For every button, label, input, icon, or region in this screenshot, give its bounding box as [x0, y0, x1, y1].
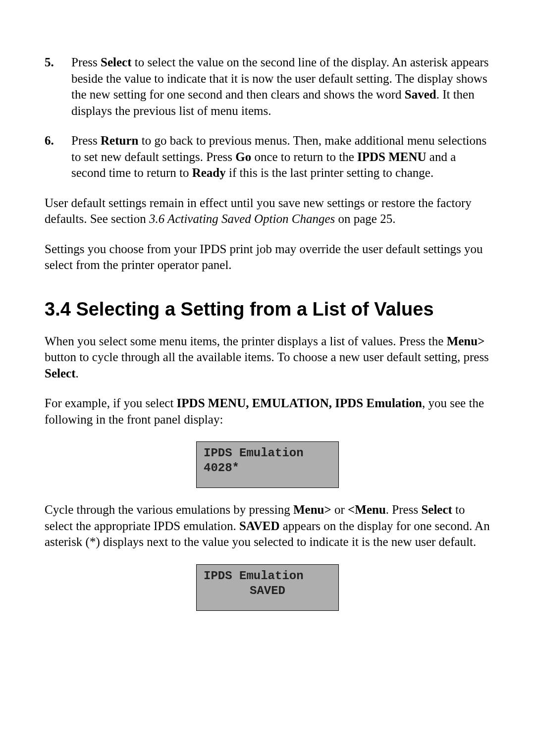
bold-go: Go [235, 150, 251, 163]
paragraph-defaults-note: User default settings remain in effect u… [45, 195, 490, 227]
text: on page 25. [335, 212, 395, 225]
text: Cycle through the various emulations by … [45, 503, 293, 516]
text: button to cycle through all the availabl… [45, 350, 489, 364]
bold-select: Select [421, 503, 452, 516]
text: Press [71, 55, 101, 69]
bold-saved-caps: SAVED [239, 519, 280, 533]
text: For example, if you select [45, 396, 177, 410]
lcd-display-2: IPDS Emulation SAVED [196, 564, 339, 611]
bold-saved: Saved [405, 88, 436, 101]
list-text: Press Select to select the value on the … [71, 54, 490, 119]
text: Press [71, 134, 101, 147]
list-item-6: 6. Press Return to go back to previous m… [45, 133, 490, 181]
lcd-line-1: IPDS Emulation [204, 569, 304, 583]
bold-select: Select [101, 55, 131, 69]
text: When you select some menu items, the pri… [45, 334, 447, 348]
bold-ready: Ready [192, 166, 226, 179]
bold-ipds-menu: IPDS MENU [357, 150, 427, 163]
bold-select: Select [45, 367, 75, 380]
lcd-line-2: SAVED [204, 584, 331, 598]
bold-menu-next: Menu> [447, 334, 485, 348]
text: or [331, 503, 348, 516]
text: once to return to the [251, 150, 357, 163]
list-text: Press Return to go back to previous menu… [71, 133, 490, 181]
paragraph-intro: When you select some menu items, the pri… [45, 333, 490, 382]
text: . Press [386, 503, 422, 516]
bold-menu-next: Menu> [293, 503, 331, 516]
section-heading: 3.4 Selecting a Setting from a List of V… [45, 297, 490, 322]
paragraph-example: For example, if you select IPDS MENU, EM… [45, 395, 490, 428]
bold-return: Return [101, 134, 138, 147]
list-number: 5. [45, 54, 71, 119]
paragraph-override-note: Settings you choose from your IPDS print… [45, 241, 490, 273]
lcd-line-1: IPDS Emulation [204, 446, 304, 460]
lcd-line-2: 4028* [204, 461, 331, 476]
bold-menu-path: IPDS MENU, EMULATION, IPDS Emulation [177, 396, 422, 410]
italic-section-ref: 3.6 Activating Saved Option Changes [149, 212, 335, 225]
list-number: 6. [45, 133, 71, 181]
text: . [75, 367, 78, 380]
text: if this is the last printer setting to c… [226, 166, 433, 179]
lcd-display-1: IPDS Emulation 4028* [196, 441, 339, 488]
paragraph-cycle: Cycle through the various emulations by … [45, 502, 490, 550]
bold-menu-prev: <Menu [348, 503, 386, 516]
list-item-5: 5. Press Select to select the value on t… [45, 54, 490, 119]
